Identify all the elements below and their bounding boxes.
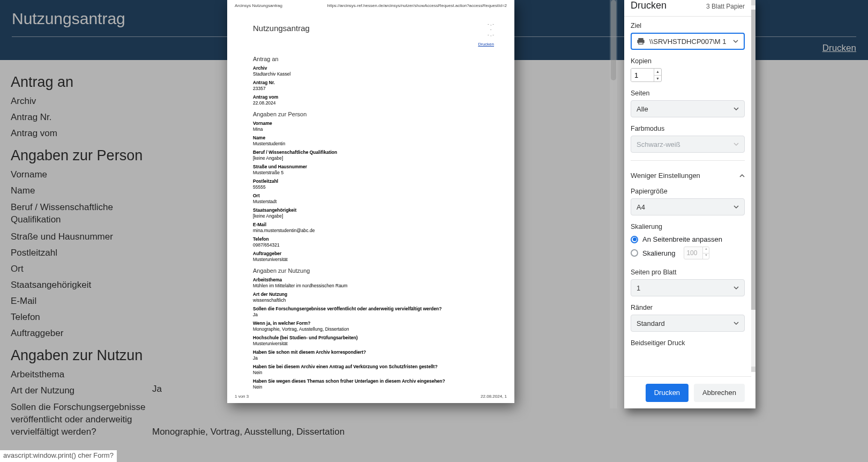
status-bar-javascript-url: avascript:window.print() cher Form? [0,450,117,462]
pv-frueh-l: Haben Sie wegen dieses Themas schon früh… [253,378,494,384]
pv-verk-l: Haben Sie bei diesem Archiv einen Antrag… [253,364,494,369]
chevron-down-icon [734,321,739,326]
pv-archiv-v: Stadtarchiv Kassel [253,71,494,77]
pv-nat-l: Staatsangehörigkeit [253,207,494,213]
farbmodus-select: Schwarz-weiß [631,136,745,153]
seiten-select[interactable]: Alle [631,100,745,117]
papier-select[interactable]: A4 [631,198,745,215]
pv-name-l: Name [253,135,494,140]
preview-scrollbar[interactable] [610,0,617,408]
raender-select[interactable]: Standard [631,315,745,332]
preview-sec-antrag: Antrag an [253,56,494,62]
chevron-down-icon [734,204,739,210]
pv-plz-v: 55555 [253,184,494,190]
preview-doc-title: Nutzungsantrag [253,24,310,33]
pv-tel-v: 0987/654321 [253,242,494,248]
printer-icon [637,37,645,46]
pv-beruf-v: [keine Angabe] [253,155,494,161]
spin-down-icon[interactable]: ▼ [654,76,661,82]
scale-input [684,247,702,259]
spin-up-icon[interactable]: ▲ [654,69,661,76]
print-preview-page: Arcinsys Nutzungsantrag https://arcinsys… [227,0,514,408]
pv-name-v: Musterstudentin [253,141,494,146]
dialog-title: Drucken [631,0,667,11]
kopien-input[interactable] [631,69,654,81]
scale-stepper: ▲▼ [684,247,709,259]
divider [624,16,751,17]
pv-tel-l: Telefon [253,236,494,242]
scrollbar-arrow-up-icon[interactable] [751,0,755,5]
chevron-down-icon [734,141,739,147]
seiten-pro-blatt-value: 1 [637,284,640,292]
pv-hs-l: Hochschule (bei Studien- und Prüfungsarb… [253,335,494,340]
chevron-down-icon [734,285,739,290]
kopien-label: Kopien [631,57,745,65]
pv-form-l: Wenn ja, in welcher Form? [253,321,494,326]
pv-str-v: Musterstraße 5 [253,170,494,175]
pv-korr-v: Ja [253,355,494,361]
pv-nr-l: Antrag Nr. [253,80,494,85]
pv-ort-v: Musterstadt [253,199,494,204]
pv-thema-v: Mühlen im Mittelalter im nordhessischen … [253,283,494,288]
raender-label: Ränder [631,304,745,311]
preview-header-left: Arcinsys Nutzungsantrag [235,3,282,8]
farbmodus-label: Farbmodus [631,125,745,132]
pv-publ-l: Sollen die Forschungsergebnisse veröffen… [253,306,494,311]
kopien-stepper[interactable]: ▲▼ [631,68,662,82]
radio-custom-scale-label: Skalierung [642,249,675,257]
spin-down-icon: ▼ [703,254,709,259]
chevron-down-icon [733,39,738,44]
pv-publ-v: Ja [253,312,494,317]
seiten-pro-blatt-select[interactable]: 1 [631,279,745,296]
less-settings-label: Weniger Einstellungen [631,172,700,180]
pv-mail-l: E-Mail [253,222,494,227]
seiten-label: Seiten [631,90,745,97]
radio-fit-width[interactable] [631,236,638,243]
less-settings-toggle[interactable]: Weniger Einstellungen [624,167,751,183]
pv-korr-l: Haben Sie schon mit diesem Archiv korres… [253,349,494,355]
dialog-scrollbar[interactable] [751,0,755,372]
divider [631,160,745,161]
preview-print-link: Drucken [478,42,494,47]
raender-value: Standard [637,319,665,327]
pv-beruf-l: Beruf / Wissenschaftliche Qualifikation [253,150,494,155]
seiten-value: Alle [637,105,648,113]
pv-mail-v: mina.musterstudentin@abc.de [253,228,494,233]
papier-label: Papiergröße [631,188,745,195]
pv-auf-v: Musteruniversität [253,257,494,262]
seiten-pro-blatt-label: Seiten pro Blatt [631,269,745,276]
preview-sec-person: Angaben zur Person [253,111,494,117]
print-button[interactable]: Drucken [646,384,689,402]
pv-frueh-v: Nein [253,384,494,390]
chevron-up-icon [739,172,745,180]
dialog-scrollbar-thumb[interactable] [751,10,755,310]
pv-art-l: Art der Nutzung [253,292,494,297]
ziel-label: Ziel [631,22,745,29]
scrollbar-arrow-down-icon[interactable] [751,367,755,372]
ziel-value: \\SRVHSTDHCP007\M 1 [649,38,727,46]
preview-scrollbar-thumb[interactable] [611,0,616,80]
dialog-subtitle: 3 Blatt Papier [706,3,745,10]
preview-header-right: https://arcinsys-ref.hessen.de/arcinsys/… [327,3,507,8]
preview-footer-left: 1 von 3 [235,394,249,399]
pv-vom-l: Antrag vom [253,94,494,100]
farbmodus-value: Schwarz-weiß [637,140,680,148]
preview-top-right-block: - , - - - , - [488,21,494,38]
pv-str-l: Straße und Hausnummer [253,164,494,169]
pv-thema-l: Arbeitsthema [253,277,494,282]
preview-sec-nutzung: Angaben zur Nutzung [253,267,494,274]
papier-value: A4 [637,203,645,211]
pv-nr-v: 23357 [253,86,494,91]
pv-verk-v: Nein [253,370,494,375]
radio-custom-scale[interactable] [631,249,638,257]
pv-archiv-l: Archiv [253,65,494,71]
cancel-button[interactable]: Abbrechen [694,384,745,402]
pv-hs-v: Musteruniversität [253,341,494,346]
pv-nat-v: [keine Angabe] [253,213,494,219]
pv-vorn-v: Mina [253,126,494,132]
pv-vom-v: 22.08.2024 [253,100,494,106]
ziel-select[interactable]: \\SRVHSTDHCP007\M 1 [631,33,745,50]
pv-art-v: wissenschaftlich [253,297,494,303]
preview-footer-right: 22.08.2024, 1 [481,394,507,399]
radio-fit-width-label: An Seitenbreite anpassen [642,235,722,243]
